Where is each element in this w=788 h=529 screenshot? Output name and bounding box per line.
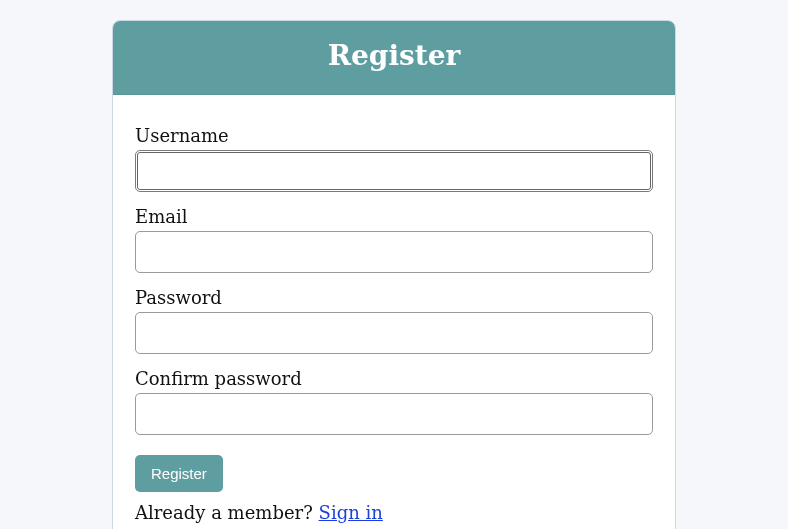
- card-header: Register: [113, 21, 675, 95]
- form-group-password: Password: [135, 287, 653, 354]
- signin-link[interactable]: Sign in: [319, 502, 383, 523]
- email-label: Email: [135, 206, 653, 227]
- email-input[interactable]: [135, 231, 653, 273]
- register-card: Register Username Email Password Confirm…: [112, 20, 676, 529]
- password-label: Password: [135, 287, 653, 308]
- page-title: Register: [328, 39, 461, 72]
- signin-prompt: Already a member?: [135, 502, 319, 523]
- signin-row: Already a member? Sign in: [135, 502, 653, 523]
- username-label: Username: [135, 125, 653, 146]
- card-body: Username Email Password Confirm password…: [113, 95, 675, 529]
- password-input[interactable]: [135, 312, 653, 354]
- register-button[interactable]: Register: [135, 455, 223, 492]
- register-form: Username Email Password Confirm password…: [135, 125, 653, 523]
- form-group-confirm-password: Confirm password: [135, 368, 653, 435]
- form-group-email: Email: [135, 206, 653, 273]
- username-input[interactable]: [135, 150, 653, 192]
- confirm-password-input[interactable]: [135, 393, 653, 435]
- form-group-username: Username: [135, 125, 653, 192]
- confirm-password-label: Confirm password: [135, 368, 653, 389]
